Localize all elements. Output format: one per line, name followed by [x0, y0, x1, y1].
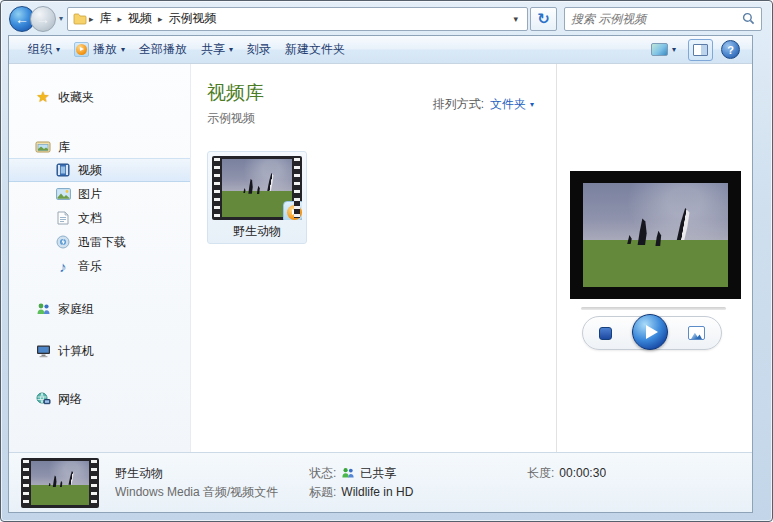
fullscreen-icon	[691, 332, 702, 339]
play-button[interactable]: 播放 ▾	[67, 38, 132, 61]
window-body: ★ 收藏夹 库 视频	[9, 64, 752, 452]
sidebar-item-documents[interactable]: 文档	[9, 206, 190, 230]
breadcrumb-sample-videos[interactable]: 示例视频	[164, 8, 222, 29]
search-icon	[742, 12, 755, 25]
back-icon: ←	[15, 11, 29, 27]
video-file-name: 野生动物	[212, 223, 302, 240]
chevron-down-icon: ▾	[56, 45, 60, 54]
share-label: 共享	[201, 41, 225, 58]
folder-icon	[72, 11, 88, 27]
details-length: 长度: 00:00:30	[527, 465, 606, 482]
sidebar-item-label: 图片	[78, 186, 102, 203]
sidebar-item-pictures[interactable]: 图片	[9, 182, 190, 206]
arrange-by-value: 文件夹	[490, 96, 526, 113]
new-folder-label: 新建文件夹	[285, 41, 345, 58]
chevron-down-icon: ▾	[121, 45, 125, 54]
breadcrumb-separator-icon: ▸	[88, 14, 95, 24]
play-overlay-icon	[283, 201, 302, 220]
share-button[interactable]: 共享 ▾	[194, 38, 240, 61]
title-value: Wildlife in HD	[341, 485, 413, 499]
play-icon	[646, 325, 658, 339]
sidebar-item-label: 收藏夹	[58, 89, 94, 106]
details-status: 状态: 已共享	[309, 465, 521, 482]
refresh-icon: ↻	[537, 10, 550, 28]
forward-icon: →	[36, 11, 50, 27]
preview-pane-icon	[693, 44, 708, 56]
recent-pages-dropdown[interactable]: ▾	[56, 14, 67, 23]
sidebar-item-label: 计算机	[58, 343, 94, 360]
breadcrumb-libraries[interactable]: 库	[95, 8, 117, 29]
sidebar-item-computer[interactable]: 计算机	[9, 340, 190, 362]
file-list-pane: 视频库 示例视频 排列方式: 文件夹 ▾	[191, 64, 556, 452]
chevron-down-icon: ▾	[229, 45, 233, 54]
refresh-button[interactable]: ↻	[530, 7, 557, 31]
pictures-icon	[55, 186, 71, 202]
forward-button[interactable]: →	[30, 6, 56, 32]
sidebar-item-music[interactable]: ♪ 音乐	[9, 254, 190, 278]
fullscreen-button[interactable]	[688, 326, 705, 340]
change-view-button[interactable]: ▾	[647, 41, 680, 58]
address-row: ← → ▾ ▸ 库 ▸ 视频 ▸ 示例视频 ▾ ↻	[9, 5, 762, 32]
arrange-by-label: 排列方式:	[433, 96, 484, 113]
seek-bar[interactable]	[581, 307, 726, 310]
sidebar-item-homegroup[interactable]: 家庭组	[9, 298, 190, 320]
play-all-button[interactable]: 全部播放	[132, 38, 194, 61]
video-preview	[570, 171, 741, 299]
sidebar-item-thunder-downloads[interactable]: 迅雷下载	[9, 230, 190, 254]
thunder-downloads-icon	[55, 234, 71, 250]
sidebar-item-network[interactable]: 网络	[9, 388, 190, 410]
burn-button[interactable]: 刻录	[240, 38, 278, 61]
computer-icon	[35, 343, 51, 359]
play-pause-button[interactable]	[632, 314, 668, 350]
play-media-icon	[74, 42, 89, 57]
new-folder-button[interactable]: 新建文件夹	[278, 38, 352, 61]
playback-controls	[582, 316, 722, 350]
details-pane: 野生动物 状态: 已共享 长度: 00:00:30 Windows Media …	[9, 452, 752, 512]
title-label: 标题:	[309, 484, 336, 501]
sidebar-item-label: 家庭组	[58, 301, 94, 318]
views-icon	[651, 43, 668, 56]
organize-button[interactable]: 组织 ▾	[21, 38, 67, 61]
arrange-by-dropdown[interactable]: 文件夹 ▾	[490, 96, 534, 113]
sidebar-item-label: 视频	[78, 162, 102, 179]
details-info: 野生动物 状态: 已共享 长度: 00:00:30 Windows Media …	[115, 464, 606, 502]
video-file-tile[interactable]: 野生动物	[207, 151, 307, 244]
length-value: 00:00:30	[559, 466, 606, 480]
sidebar-item-libraries[interactable]: 库	[9, 136, 190, 158]
chevron-down-icon: ▾	[672, 45, 676, 54]
address-bar[interactable]: ▸ 库 ▸ 视频 ▸ 示例视频 ▾	[67, 7, 528, 31]
play-all-label: 全部播放	[139, 41, 187, 58]
search-input[interactable]	[571, 12, 742, 26]
command-toolbar: 组织 ▾ 播放 ▾ 全部播放 共享 ▾ 刻录 新建文件夹	[9, 36, 752, 64]
sidebar-item-label: 音乐	[78, 258, 102, 275]
chevron-down-icon: ▾	[530, 100, 534, 109]
sidebar-item-label: 库	[58, 139, 70, 156]
burn-label: 刻录	[247, 41, 271, 58]
breadcrumb-separator-icon: ▸	[157, 14, 164, 24]
arrange-by-control: 排列方式: 文件夹 ▾	[433, 96, 534, 113]
details-file-type: Windows Media 音频/视频文件	[115, 484, 303, 501]
client-area: 组织 ▾ 播放 ▾ 全部播放 共享 ▾ 刻录 新建文件夹	[8, 35, 753, 513]
video-thumbnail	[212, 156, 302, 220]
libraries-icon	[35, 139, 51, 155]
toolbar-right-group: ▾ ?	[647, 39, 740, 61]
details-thumbnail	[21, 458, 99, 508]
sidebar-item-favorites[interactable]: ★ 收藏夹	[9, 86, 190, 108]
help-icon: ?	[727, 44, 734, 56]
help-button[interactable]: ?	[721, 40, 740, 59]
star-icon: ★	[35, 89, 51, 105]
stop-button[interactable]	[599, 327, 612, 340]
preview-pane	[556, 64, 752, 452]
preview-pane-toggle-button[interactable]	[688, 39, 713, 61]
breadcrumb-videos[interactable]: 视频	[123, 8, 157, 29]
navigation-pane: ★ 收藏夹 库 视频	[9, 64, 191, 452]
status-value: 已共享	[360, 465, 396, 482]
address-history-dropdown[interactable]: ▾	[508, 14, 523, 24]
details-title: 标题: Wildlife in HD	[309, 484, 521, 501]
sidebar-item-videos[interactable]: 视频	[9, 158, 190, 182]
network-icon	[35, 391, 51, 407]
homegroup-icon	[35, 301, 51, 317]
shared-users-icon	[341, 467, 355, 479]
length-label: 长度:	[527, 465, 554, 482]
explorer-window: ← → ▾ ▸ 库 ▸ 视频 ▸ 示例视频 ▾ ↻ 组	[0, 0, 773, 522]
